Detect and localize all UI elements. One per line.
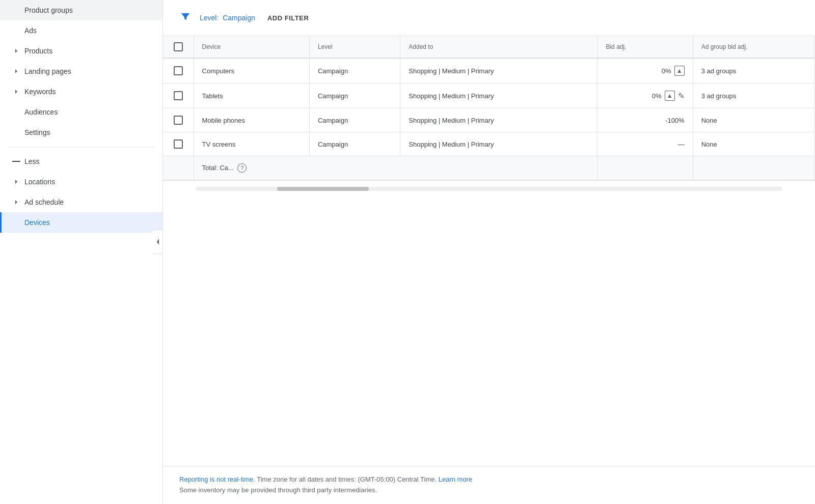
content-area: Level: Campaign ADD FILTER Device Level … [163,0,815,466]
total-bid-cell [597,156,693,180]
bid-adj-text: — [678,141,685,148]
filter-level-value: Campaign [223,14,255,22]
row-checkbox-cell [163,132,194,156]
added-to-cell: Shopping | Medium | Primary [400,132,597,156]
col-checkbox [163,36,194,58]
svg-marker-1 [15,69,17,73]
bid-adj-value: 0%▲ [606,66,684,76]
row-checkbox[interactable] [174,116,183,125]
filter-level-text: Level: Campaign [200,14,255,22]
sidebar-item-label: Ad schedule [24,198,64,206]
sidebar-item-label: Audiences [24,108,58,116]
chevron-right-icon [12,88,20,96]
svg-marker-0 [15,49,17,53]
sidebar-less-toggle[interactable]: Less [0,151,162,172]
scrollbar-thumb[interactable] [277,187,369,191]
row-checkbox-cell [163,83,194,108]
sidebar-item-label: Product groups [24,6,73,14]
sidebar-item-devices[interactable]: Devices [0,212,162,233]
table-row: Mobile phonesCampaignShopping | Medium |… [163,108,815,132]
devices-table: Device Level Added to Bid adj. Ad group … [163,36,815,180]
filter-level-prefix: Level: [200,14,219,22]
total-ad-group-cell [693,156,814,180]
inventory-text: Some inventory may be provided through t… [179,486,377,494]
select-all-checkbox[interactable] [174,42,183,51]
less-label: Less [24,157,40,165]
bid-adj-text: 0% [662,67,671,75]
realtime-link[interactable]: Reporting is not real-time. [179,475,255,483]
sidebar-item-product-groups[interactable]: Product groups [0,0,162,20]
sidebar-item-label: Devices [24,218,50,227]
add-filter-button[interactable]: ADD FILTER [263,11,313,25]
chevron-right-icon [12,47,20,55]
timezone-text: Time zone for all dates and times: (GMT-… [257,475,437,483]
learn-more-link[interactable]: Learn more [439,475,472,483]
sidebar-divider [8,147,154,147]
edit-icon[interactable]: ✎ [678,91,685,101]
chevron-right-icon [12,67,20,75]
spacer-icon [12,108,20,116]
minus-icon [12,161,20,162]
bid-adj-chart-icon[interactable]: ▲ [674,66,685,76]
row-checkbox[interactable] [174,91,183,100]
col-added-to: Added to [400,36,597,58]
bid-adj-value: — [606,141,684,148]
sidebar-item-label: Landing pages [24,67,71,75]
row-checkbox[interactable] [174,66,183,75]
sidebar-item-label: Products [24,47,52,55]
bid-adj-cell: 0%▲ [597,58,693,83]
added-to-cell: Shopping | Medium | Primary [400,58,597,83]
ad-group-bid-adj-cell: None [693,132,814,156]
bid-adj-chart-icon[interactable]: ▲ [665,91,675,101]
sidebar-item-products[interactable]: Products [0,41,162,61]
col-level: Level [309,36,400,58]
sidebar: Product groups Ads Products Landing page… [0,0,163,504]
ad-group-bid-adj-cell: None [693,108,814,132]
added-to-cell: Shopping | Medium | Primary [400,83,597,108]
spacer-icon [12,26,20,35]
added-to-cell: Shopping | Medium | Primary [400,108,597,132]
total-label-cell: Total: Ca... ? [194,156,597,180]
total-checkbox-cell [163,156,194,180]
row-checkbox[interactable] [174,139,183,149]
ad-group-bid-adj-cell: 3 ad groups [693,83,814,108]
help-icon[interactable]: ? [237,163,247,173]
sidebar-item-ad-schedule[interactable]: Ad schedule [0,192,162,212]
svg-marker-2 [15,90,17,94]
sidebar-item-label: Ads [24,26,37,35]
sidebar-item-landing-pages[interactable]: Landing pages [0,61,162,81]
bid-adj-value: -100% [606,117,684,124]
bid-adj-cell: 0%▲✎ [597,83,693,108]
chevron-right-icon [12,178,20,186]
table-row: TV screensCampaignShopping | Medium | Pr… [163,132,815,156]
table-row: TabletsCampaignShopping | Medium | Prima… [163,83,815,108]
filter-icon [179,10,192,25]
table-row: ComputersCampaignShopping | Medium | Pri… [163,58,815,83]
sidebar-collapse-button[interactable] [153,230,163,254]
device-cell: Computers [194,58,309,83]
table-total-row: Total: Ca... ? [163,156,815,180]
spacer-icon [12,6,20,14]
filter-bar: Level: Campaign ADD FILTER [163,0,815,36]
sidebar-item-keywords[interactable]: Keywords [0,81,162,102]
svg-marker-5 [157,239,159,245]
scroll-container [163,180,815,197]
bid-adj-cell: -100% [597,108,693,132]
horizontal-scrollbar[interactable] [196,187,782,191]
sidebar-item-ads[interactable]: Ads [0,20,162,41]
spacer-icon [12,218,20,227]
svg-marker-4 [15,200,17,204]
col-ad-group-bid-adj: Ad group bid adj. [693,36,814,58]
col-bid-adj: Bid adj. [597,36,693,58]
sidebar-item-locations[interactable]: Locations [0,172,162,192]
device-cell: Tablets [194,83,309,108]
sidebar-item-audiences[interactable]: Audiences [0,102,162,122]
device-cell: Mobile phones [194,108,309,132]
bid-adj-value: 0%▲✎ [606,91,684,101]
level-cell: Campaign [309,58,400,83]
sidebar-item-settings[interactable]: Settings [0,122,162,143]
sidebar-item-label: Locations [24,178,55,186]
level-cell: Campaign [309,108,400,132]
device-cell: TV screens [194,132,309,156]
sidebar-item-label: Settings [24,128,50,136]
